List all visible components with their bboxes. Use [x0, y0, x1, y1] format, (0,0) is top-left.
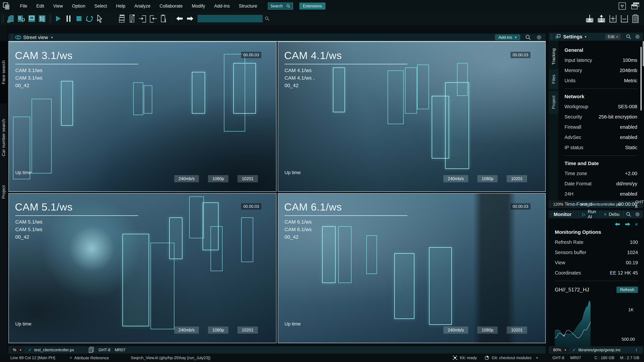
menu-select[interactable]: Select — [90, 3, 112, 9]
sign-in-icon[interactable] — [138, 14, 147, 23]
setting-row[interactable]: AdvSec enabled — [564, 132, 637, 142]
active-file[interactable]: ✓ test_clientcontroller.px — [28, 348, 74, 353]
stop-icon[interactable] — [75, 14, 83, 23]
remove-from-set-icon[interactable] — [620, 14, 629, 23]
search-icon[interactable] — [525, 34, 531, 40]
upload-icon[interactable] — [597, 14, 606, 23]
camera-feed-cam-5-1[interactable]: CAM 5.1/ws CAM 5.1/ws CAM 5.1/ws 00_42 0… — [8, 193, 276, 344]
tab-tracking[interactable]: Tracking — [549, 44, 558, 69]
cursor-tool-icon[interactable] — [96, 14, 104, 23]
back-icon[interactable] — [175, 14, 184, 23]
gear-icon[interactable] — [634, 212, 640, 217]
progress-bar[interactable] — [636, 349, 636, 352]
monitor-row[interactable]: View 00.19 — [555, 258, 638, 268]
monitor-row[interactable]: Coordinates EE 12 HK 45 — [555, 268, 638, 278]
monitor-row[interactable]: Sensors buffer 1024 — [555, 247, 638, 258]
play-icon[interactable] — [54, 14, 62, 23]
panel-dropdown-icon[interactable] — [618, 2, 626, 10]
shape-tool-icon[interactable] — [6, 14, 15, 23]
trash-icon[interactable] — [631, 14, 640, 23]
search-icon[interactable] — [626, 34, 631, 39]
attribute-reference[interactable]: ×Attribute Reference — [70, 355, 109, 361]
view-caret-icon[interactable]: ▾ — [51, 35, 53, 39]
menu-structure[interactable]: Structure — [234, 3, 262, 9]
toolbar-drag-handle[interactable] — [49, 14, 52, 23]
setting-row[interactable]: Units Metric — [564, 76, 637, 86]
sidebar-item-face-search[interactable]: Face search — [0, 41, 7, 103]
back-icon[interactable] — [628, 348, 628, 352]
pause-icon[interactable] — [64, 14, 73, 23]
document-list-icon[interactable] — [128, 14, 137, 23]
active-file[interactable]: ✓ libraries/geoip/geoip.inc — [572, 348, 621, 353]
menu-file[interactable]: File — [16, 3, 32, 9]
monitor-row[interactable]: Refresh Rate 100 — [555, 237, 638, 247]
copy-stack-icon[interactable] — [118, 14, 126, 23]
setting-row[interactable]: Time Format 00:00:00 — [564, 199, 637, 209]
view-drag-handle[interactable] — [11, 34, 14, 41]
tab-debug[interactable]: × Debu — [600, 210, 624, 218]
menu-analyze[interactable]: Analyze — [130, 3, 155, 9]
download-icon[interactable] — [585, 14, 594, 23]
camera-feed-cam-4-1[interactable]: CAM 4.1/ws CAM 4.1/ws CAM 4.1/ws , 00_42… — [278, 41, 546, 192]
camera-feed-cam-3-1[interactable]: CAM 3.1/ws CAM 3.1/ws CAM 3.1/ws 00_42 0… — [8, 41, 276, 192]
bitrate-chip: 240mb/s — [444, 327, 468, 334]
menu-help[interactable]: Help — [112, 3, 130, 9]
search-icon[interactable] — [626, 212, 631, 217]
forward-icon[interactable] — [632, 348, 632, 352]
settings-scrollbar[interactable] — [640, 47, 642, 110]
sidebar-item-project[interactable]: Project — [0, 173, 7, 212]
refresh-button[interactable]: Refresh — [616, 287, 638, 293]
display-tool-icon[interactable] — [27, 14, 36, 23]
forward-icon[interactable] — [625, 222, 630, 226]
camera-timestamp: 00.00.03 — [510, 203, 530, 210]
sign-out-icon[interactable] — [149, 14, 158, 23]
forward-icon[interactable] — [186, 14, 194, 23]
gear-icon[interactable] — [634, 34, 640, 39]
setting-row[interactable]: Firewall enabled — [564, 122, 637, 132]
setting-row[interactable]: Security 256-bit encryption — [564, 112, 637, 122]
setting-row[interactable]: Input latency 100ms — [564, 55, 637, 65]
setting-row[interactable]: 24H enabled — [564, 189, 637, 199]
close-icon[interactable]: × — [635, 222, 638, 227]
setting-row[interactable]: Workgroup SES-008 — [564, 102, 637, 112]
pip-view-icon[interactable] — [17, 14, 26, 23]
cascade-windows-icon[interactable] — [631, 2, 640, 10]
clipboard-export-icon[interactable] — [159, 14, 168, 23]
toolbar-search-icon[interactable] — [265, 16, 270, 21]
sync-loop-icon[interactable] — [85, 14, 94, 23]
zoom-control[interactable]: 80% ▼ — [551, 347, 569, 353]
tab-run-ai[interactable]: ▷ Run AI — [578, 210, 600, 218]
extensions-button[interactable]: Extensions — [299, 2, 326, 9]
menu-add-ins[interactable]: Add-Ins — [210, 3, 234, 9]
menu-collaborate[interactable]: Collaborate — [155, 3, 187, 9]
sidebar-item-car-number-search[interactable]: Car number search — [0, 106, 7, 170]
camera-feed-cam-6-1[interactable]: CAM 6.1/ws CAM 6.1/ws CAM 6.1/ws 00_42 0… — [278, 193, 546, 344]
setting-row[interactable]: IP status Static — [564, 142, 637, 153]
setting-row[interactable]: Memory 2048mb — [564, 65, 637, 76]
setting-row[interactable]: Time zone +2.00 — [564, 168, 637, 179]
git-status[interactable]: Git: checkout modules — [492, 356, 532, 360]
zoom-control[interactable]: % ▼ — [11, 347, 24, 353]
menu-modify[interactable]: Modify — [187, 3, 210, 9]
search-icon[interactable] — [640, 348, 641, 352]
menu-option[interactable]: Option — [68, 3, 90, 9]
menu-edit[interactable]: Edit — [32, 3, 49, 9]
tab-files[interactable]: Files — [549, 69, 558, 89]
tab-project[interactable]: Project — [549, 91, 558, 114]
setting-row[interactable]: Date Format dd/mm/yy — [564, 179, 637, 189]
window-scrollbar[interactable] — [643, 41, 644, 66]
panel-drag-handle[interactable] — [550, 33, 553, 40]
caret-down-icon[interactable]: ▼ — [536, 357, 538, 359]
back-icon[interactable] — [615, 222, 620, 226]
caret-down-icon[interactable]: ▾ — [585, 35, 586, 39]
addins-button[interactable]: Add-ins ▾ — [495, 34, 520, 40]
gear-icon[interactable] — [536, 34, 542, 40]
edit-button[interactable]: Edit ▾ — [605, 34, 620, 39]
menu-view[interactable]: View — [49, 3, 68, 9]
toolbar-search-input[interactable] — [198, 15, 263, 22]
mixer-tool-icon[interactable] — [38, 14, 46, 23]
add-to-set-icon[interactable] — [608, 14, 618, 23]
toolbar-drag-handle[interactable] — [1, 14, 4, 23]
menubar-search-box[interactable]: Search — [268, 2, 293, 9]
copy-icon[interactable] — [88, 347, 94, 353]
